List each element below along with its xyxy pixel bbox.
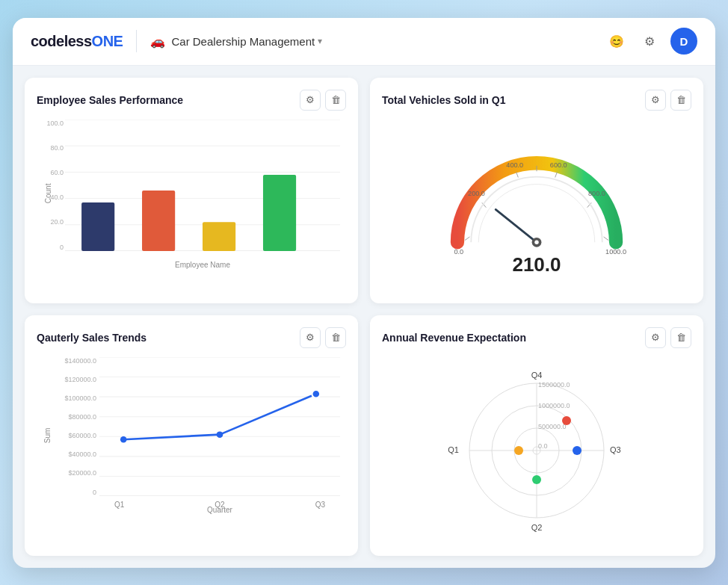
ltick-20k: $20000.0 bbox=[50, 469, 96, 477]
svg-text:400.0: 400.0 bbox=[506, 161, 523, 169]
gauge-value: 210.0 bbox=[512, 253, 561, 276]
svg-line-27 bbox=[496, 209, 537, 242]
employee-sales-header: Employee Sales Performance ⚙ 🗑 bbox=[37, 90, 346, 111]
ytick-40: 40.0 bbox=[38, 194, 64, 201]
svg-point-63 bbox=[562, 416, 571, 425]
svg-point-60 bbox=[514, 446, 523, 455]
line-chart-svg-wrap: Q1 Q2 Q3 bbox=[99, 357, 340, 496]
y-ticks-container: 0 20.0 40.0 60.0 80.0 100.0 bbox=[38, 120, 64, 251]
line-y-ticks: 0 $20000.0 $40000.0 $60000.0 $80000.0 $1… bbox=[50, 357, 96, 496]
gauge-svg: 0.0 200.0 400.0 600.0 800.0 1000.0 bbox=[439, 141, 634, 261]
employee-sales-delete-btn[interactable]: 🗑 bbox=[325, 90, 346, 111]
quarterly-delete-btn[interactable]: 🗑 bbox=[325, 327, 346, 348]
quarterly-trends-card: Qauterly Sales Trends ⚙ 🗑 Sum 0 $20000.0… bbox=[25, 315, 358, 556]
quarterly-title: Qauterly Sales Trends bbox=[37, 332, 295, 344]
header: codelessONE 🚗 Car Dealership Management … bbox=[13, 18, 715, 66]
car-icon: 🚗 bbox=[150, 34, 165, 49]
bar-chart-wrap: Count 0 20.0 40.0 60.0 80.0 100.0 bbox=[37, 120, 346, 284]
app-container: codelessONE 🚗 Car Dealership Management … bbox=[13, 18, 715, 568]
annual-delete-btn[interactable]: 🗑 bbox=[670, 327, 691, 348]
bar-chart-svg: John Doe David Charles Joe Andrea Sarah … bbox=[65, 120, 340, 251]
svg-rect-9 bbox=[263, 174, 296, 250]
quarterly-settings-btn[interactable]: ⚙ bbox=[300, 327, 321, 348]
svg-line-26 bbox=[604, 237, 608, 241]
ltick-140k: $140000.0 bbox=[50, 357, 96, 365]
vehicles-sold-title: Total Vehicles Sold in Q1 bbox=[382, 94, 641, 106]
svg-text:200.0: 200.0 bbox=[468, 190, 485, 197]
bar-chart-body: 0 20.0 40.0 60.0 80.0 100.0 bbox=[65, 120, 340, 251]
x-axis-label-employee: Employee Name bbox=[65, 261, 340, 269]
annual-settings-btn[interactable]: ⚙ bbox=[645, 327, 666, 348]
svg-text:600.0: 600.0 bbox=[550, 161, 567, 169]
svg-text:1000000.0: 1000000.0 bbox=[538, 402, 570, 409]
logo-emphasis: ONE bbox=[92, 33, 123, 49]
svg-text:1000.0: 1000.0 bbox=[605, 248, 626, 256]
svg-text:Q2: Q2 bbox=[531, 523, 543, 532]
line-chart-container: Sum 0 $20000.0 $40000.0 $60000.0 $80000.… bbox=[37, 357, 346, 514]
ltick-100k: $100000.0 bbox=[50, 394, 96, 402]
app-title: Car Dealership Management bbox=[171, 35, 315, 48]
svg-text:Q4: Q4 bbox=[531, 371, 543, 380]
employee-sales-settings-btn[interactable]: ⚙ bbox=[300, 90, 321, 111]
ytick-0: 0 bbox=[38, 244, 64, 251]
svg-line-20 bbox=[465, 237, 469, 241]
svg-text:Q1: Q1 bbox=[448, 445, 459, 454]
line-x-axis-title: Quarter bbox=[99, 506, 340, 514]
avatar[interactable]: D bbox=[670, 28, 697, 55]
ltick-0: 0 bbox=[50, 489, 96, 496]
svg-point-61 bbox=[532, 475, 541, 484]
gauge-wrap: 0.0 200.0 400.0 600.0 800.0 1000.0 bbox=[382, 120, 691, 291]
smiley-button[interactable]: 😊 bbox=[605, 29, 629, 53]
settings-button[interactable]: ⚙ bbox=[638, 29, 661, 53]
svg-point-29 bbox=[534, 241, 538, 244]
svg-rect-8 bbox=[203, 222, 235, 251]
ytick-60: 60.0 bbox=[38, 169, 64, 176]
employee-sales-title: Employee Sales Performance bbox=[37, 94, 295, 106]
radar-wrap: 0.0 500000.0 1000000.0 1500000.0 Q1 Q2 Q… bbox=[382, 357, 691, 544]
svg-text:0.0: 0.0 bbox=[454, 248, 463, 256]
annual-revenue-title: Annual Revenue Expectation bbox=[382, 332, 641, 344]
header-icons: 😊 ⚙ D bbox=[605, 28, 697, 55]
dropdown-arrow[interactable]: ▾ bbox=[318, 36, 322, 46]
svg-point-62 bbox=[573, 446, 582, 455]
ltick-40k: $40000.0 bbox=[50, 451, 96, 458]
svg-text:0.0: 0.0 bbox=[538, 442, 548, 450]
svg-point-43 bbox=[312, 389, 320, 397]
vehicles-settings-btn[interactable]: ⚙ bbox=[645, 90, 666, 111]
header-divider bbox=[136, 30, 137, 52]
svg-rect-6 bbox=[81, 202, 114, 250]
employee-sales-card: Employee Sales Performance ⚙ 🗑 Count 0 2… bbox=[25, 78, 358, 303]
svg-rect-7 bbox=[142, 191, 175, 251]
radar-svg: 0.0 500000.0 1000000.0 1500000.0 Q1 Q2 Q… bbox=[425, 357, 649, 544]
annual-revenue-header: Annual Revenue Expectation ⚙ 🗑 bbox=[382, 327, 691, 348]
annual-revenue-card: Annual Revenue Expectation ⚙ 🗑 bbox=[370, 315, 703, 556]
svg-text:800.0: 800.0 bbox=[588, 190, 605, 197]
logo: codelessONE bbox=[31, 33, 123, 50]
svg-line-22 bbox=[516, 172, 519, 177]
dashboard: Employee Sales Performance ⚙ 🗑 Count 0 2… bbox=[13, 66, 715, 568]
ltick-120k: $120000.0 bbox=[50, 376, 96, 383]
svg-text:1500000.0: 1500000.0 bbox=[538, 381, 570, 389]
svg-point-41 bbox=[120, 436, 127, 443]
vehicles-sold-card: Total Vehicles Sold in Q1 ⚙ 🗑 bbox=[370, 78, 703, 303]
ltick-80k: $80000.0 bbox=[50, 413, 96, 421]
ltick-60k: $60000.0 bbox=[50, 432, 96, 439]
svg-line-24 bbox=[555, 172, 558, 177]
vehicles-delete-btn[interactable]: 🗑 bbox=[670, 90, 691, 111]
svg-point-42 bbox=[217, 431, 223, 438]
ytick-80: 80.0 bbox=[38, 144, 64, 152]
ytick-20: 20.0 bbox=[38, 218, 64, 226]
vehicles-sold-header: Total Vehicles Sold in Q1 ⚙ 🗑 bbox=[382, 90, 691, 111]
svg-text:Q3: Q3 bbox=[610, 445, 621, 454]
line-chart-svg bbox=[99, 357, 340, 496]
ytick-100: 100.0 bbox=[38, 120, 64, 127]
svg-text:500000.0: 500000.0 bbox=[538, 423, 567, 430]
quarterly-header: Qauterly Sales Trends ⚙ 🗑 bbox=[37, 327, 346, 348]
